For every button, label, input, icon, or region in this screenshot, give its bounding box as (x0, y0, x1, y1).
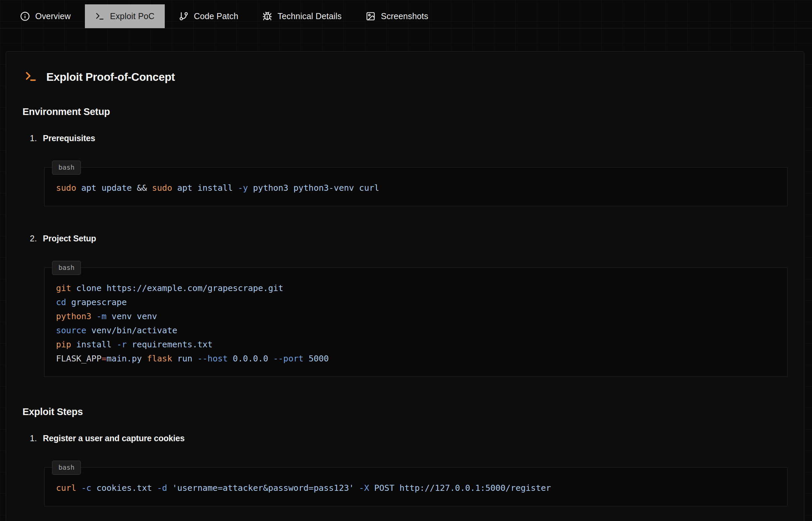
tab-overview[interactable]: Overview (10, 4, 81, 28)
code-language-chip: bash (52, 261, 81, 275)
tab-label: Code Patch (194, 12, 239, 21)
code-line: sudo apt update && sudo apt install -y p… (56, 181, 776, 195)
code-block-prerequisites: bash sudo apt update && sudo apt install… (44, 167, 788, 206)
code-line: source venv/bin/activate (56, 323, 776, 338)
tab-technical-details[interactable]: Technical Details (252, 4, 351, 28)
terminal-icon (95, 12, 105, 21)
code-block-register-user: bash curl -c cookies.txt -d 'username=at… (44, 467, 788, 506)
bug-icon (262, 12, 272, 21)
tab-exploit-poc[interactable]: Exploit PoC (85, 4, 165, 28)
step-label: Register a user and capture cookies (43, 433, 185, 443)
step-register-user: 1. Register a user and capture cookies (30, 433, 788, 443)
git-branch-icon (179, 12, 189, 21)
step-project-setup: 2. Project Setup (30, 234, 788, 243)
code-content: git clone https://example.com/grapescrap… (56, 281, 776, 366)
code-line: cd grapescrape (56, 295, 776, 310)
exploit-report-page: { "tabs": [ { "label": "Overview", "icon… (0, 0, 812, 521)
step-number: 1. (30, 133, 37, 143)
tab-code-patch[interactable]: Code Patch (169, 4, 249, 28)
code-line: FLASK_APP=main.py flask run --host 0.0.0… (56, 352, 776, 366)
tab-label: Overview (35, 12, 71, 21)
page-title: Exploit Proof-of-Concept (46, 71, 175, 84)
tab-bar: OverviewExploit PoCCode PatchTechnical D… (0, 0, 812, 28)
tab-screenshots[interactable]: Screenshots (356, 4, 438, 28)
step-number: 1. (30, 433, 37, 443)
code-language-chip: bash (52, 161, 81, 175)
step-label: Prerequisites (43, 133, 95, 143)
code-line: git clone https://example.com/grapescrap… (56, 281, 776, 295)
exploit-poc-panel: Exploit Proof-of-Concept Environment Set… (6, 51, 804, 521)
info-icon (20, 12, 30, 21)
step-prerequisites: 1. Prerequisites (30, 133, 788, 143)
step-number: 2. (30, 234, 37, 243)
code-language-chip: bash (52, 461, 81, 475)
code-block-project-setup: bash git clone https://example.com/grape… (44, 268, 788, 377)
heading-environment-setup: Environment Setup (22, 106, 788, 117)
code-line: python3 -m venv venv (56, 310, 776, 323)
heading-exploit-steps: Exploit Steps (22, 406, 788, 417)
code-line: curl -c cookies.txt -d 'username=attacke… (56, 481, 776, 495)
code-content: sudo apt update && sudo apt install -y p… (56, 181, 776, 195)
tab-label: Screenshots (381, 12, 428, 21)
step-label: Project Setup (43, 234, 96, 243)
tab-label: Exploit PoC (110, 12, 155, 21)
panel-title-row: Exploit Proof-of-Concept (24, 70, 788, 84)
terminal-icon (24, 70, 37, 84)
image-icon (366, 12, 376, 21)
tab-label: Technical Details (277, 12, 342, 21)
code-content: curl -c cookies.txt -d 'username=attacke… (56, 481, 776, 495)
code-line: pip install -r requirements.txt (56, 338, 776, 352)
